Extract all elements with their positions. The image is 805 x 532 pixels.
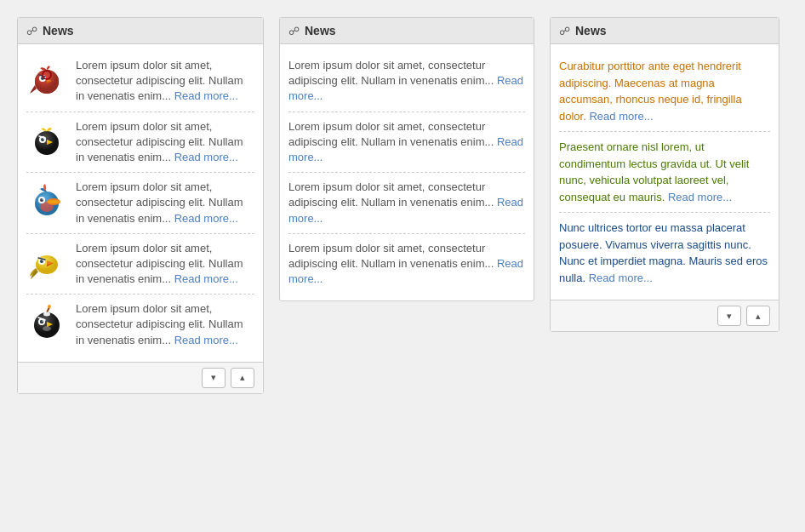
news-widget-left: ☍ News xyxy=(17,17,264,394)
read-more-link[interactable]: Read more... xyxy=(174,89,238,102)
svg-point-40 xyxy=(43,312,50,317)
list-item: Lorem ipsum dolor sit amet, consectetur … xyxy=(288,112,525,174)
scroll-up-button[interactable]: ▴ xyxy=(231,368,254,388)
scroll-down-button[interactable]: ▾ xyxy=(717,306,741,326)
widget-body-middle: Lorem ipsum dolor sit amet, consectetur … xyxy=(280,44,534,300)
widget-body-left: Lorem ipsum dolor sit amet, consectetur … xyxy=(18,44,263,362)
widget-title-left: News xyxy=(43,24,74,37)
svg-point-14 xyxy=(43,138,43,139)
svg-point-22 xyxy=(42,198,43,199)
list-item: Lorem ipsum dolor sit amet, consectetur … xyxy=(26,51,254,112)
svg-point-36 xyxy=(42,321,43,322)
news-widget-middle: ☍ News Lorem ipsum dolor sit amet, conse… xyxy=(279,17,534,301)
list-item: Praesent ornare nisl lorem, ut condiment… xyxy=(559,132,770,213)
columns-wrapper: ☍ News xyxy=(17,17,788,394)
list-item: Lorem ipsum dolor sit amet, consectetur … xyxy=(26,173,254,234)
avatar xyxy=(26,241,67,282)
list-item: Lorem ipsum dolor sit amet, consectetur … xyxy=(288,51,525,112)
svg-point-39 xyxy=(48,305,51,308)
list-item: Lorem ipsum dolor sit amet, consectetur … xyxy=(26,234,254,295)
read-more-link[interactable]: Read more... xyxy=(589,272,653,284)
news-text: Lorem ipsum dolor sit amet, consectetur … xyxy=(76,301,254,348)
svg-point-28 xyxy=(42,260,43,260)
read-more-link[interactable]: Read more... xyxy=(174,334,238,346)
widget-header-left: ☍ News xyxy=(18,18,263,44)
read-more-link[interactable]: Read more... xyxy=(668,191,732,203)
read-more-link[interactable]: Read more... xyxy=(589,110,653,123)
widget-header-right: ☍ News xyxy=(551,18,779,44)
svg-point-19 xyxy=(47,200,60,203)
scroll-up-button[interactable]: ▴ xyxy=(746,306,770,326)
widget-footer-left: ▾ ▴ xyxy=(18,362,263,393)
news-text: Lorem ipsum dolor sit amet, consectetur … xyxy=(76,180,254,226)
news-text: Lorem ipsum dolor sit amet, consectetur … xyxy=(76,119,254,166)
list-item: Nunc ultrices tortor eu massa placerat p… xyxy=(559,213,770,293)
svg-point-35 xyxy=(40,320,43,323)
widget-title-middle: News xyxy=(305,24,336,37)
avatar xyxy=(26,119,67,160)
avatar xyxy=(26,58,67,99)
news-icon-middle: ☍ xyxy=(288,25,300,37)
read-more-link[interactable]: Read more... xyxy=(174,212,238,225)
widget-footer-right: ▾ ▴ xyxy=(551,300,779,331)
news-icon-right: ☍ xyxy=(559,25,570,37)
read-more-link[interactable]: Read more... xyxy=(174,151,238,163)
list-item: Lorem ipsum dolor sit amet, consectetur … xyxy=(288,234,525,295)
avatar xyxy=(26,180,67,220)
widget-header-middle: ☍ News xyxy=(280,18,534,44)
list-item: Curabitur porttitor ante eget hendrerit … xyxy=(559,51,770,132)
widget-title-right: News xyxy=(575,24,607,37)
list-item: Lorem ipsum dolor sit amet, consectetur … xyxy=(288,173,525,234)
news-text: Lorem ipsum dolor sit amet, consectetur … xyxy=(76,58,254,105)
widget-body-right: Curabitur porttitor ante eget hendrerit … xyxy=(551,44,779,300)
news-icon-left: ☍ xyxy=(26,25,37,37)
news-widget-right: ☍ News Curabitur porttitor ante eget hen… xyxy=(550,17,779,332)
avatar xyxy=(26,301,67,342)
list-item: Lorem ipsum dolor sit amet, consectetur … xyxy=(26,112,254,174)
scroll-down-button[interactable]: ▾ xyxy=(202,368,226,388)
list-item: Lorem ipsum dolor sit amet, consectetur … xyxy=(26,295,254,355)
read-more-link[interactable]: Read more... xyxy=(174,272,238,285)
news-text: Lorem ipsum dolor sit amet, consectetur … xyxy=(76,241,254,288)
